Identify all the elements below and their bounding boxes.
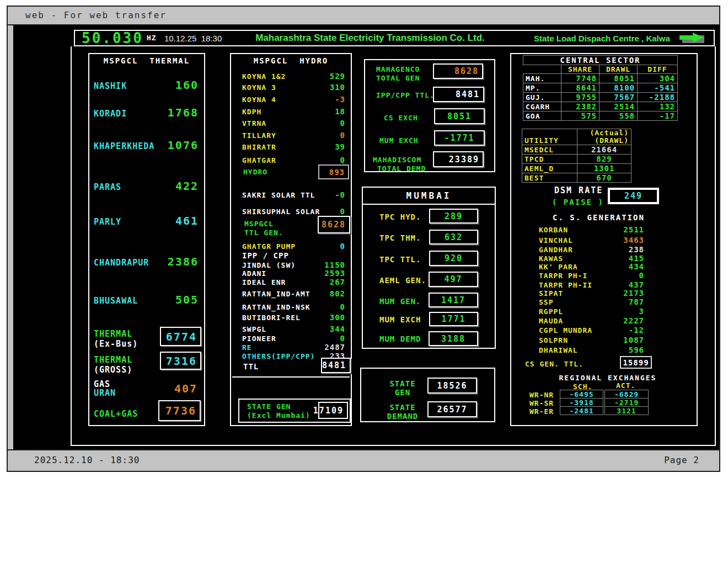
ipp-row: BUTIBORI-REL300 bbox=[242, 313, 345, 322]
hydro-row: BHIRATR39 bbox=[242, 142, 345, 151]
mum-demd-box: 3188 bbox=[429, 331, 478, 346]
hydro-total-label: HYDRO bbox=[243, 168, 267, 176]
grid-frequency: 50.030 bbox=[82, 30, 143, 46]
tpc-hyd-box: 289 bbox=[429, 209, 478, 224]
csgen-row: CGPL MUNDRA-12 bbox=[539, 326, 644, 334]
tpc-hyd-label: TPC HYD. bbox=[379, 213, 421, 221]
tpc-ttl-box: 920 bbox=[429, 251, 478, 266]
csgen-row: RGPPL3 bbox=[539, 307, 644, 316]
coalgas-value: 7736 bbox=[165, 404, 196, 417]
thermal-row: NASHIK160 bbox=[94, 78, 199, 92]
hydro-row: KOYNA 3310 bbox=[242, 83, 345, 92]
wr-sr-act: -2719 bbox=[604, 398, 649, 407]
hydro-panel: MSPGCL HYDRO KOYNA 1&2529 KOYNA 3310 KOY… bbox=[230, 53, 352, 426]
plant-label: PARAS bbox=[94, 182, 121, 192]
ipp-row: PIONEER0 bbox=[242, 334, 345, 343]
ipp-row: RATTAN_IND-AMT802 bbox=[242, 289, 345, 298]
share-header: SHARE bbox=[561, 65, 599, 74]
utility-table: UTILITY (Actual)(DRAWL) MSEDCL21664 TPCD… bbox=[522, 129, 631, 183]
thermal-row: CHANDRAPUR2386 bbox=[94, 255, 199, 268]
hydro-row: TILLARY0 bbox=[242, 131, 345, 140]
thermal-exbus-label: THERMAL(Ex-Bus) bbox=[94, 329, 138, 349]
utility-row: MSEDCL21664 bbox=[522, 145, 631, 155]
gas-uran-value: 407 bbox=[174, 382, 197, 395]
central-sector-title: CENTRAL SECTOR bbox=[523, 56, 678, 65]
cs-row: CGARH23822514132 bbox=[523, 102, 678, 111]
utility-row: BEST670 bbox=[522, 173, 631, 183]
wr-er-label: WR-ER bbox=[529, 407, 554, 416]
gas-uran-label: GASURAN bbox=[94, 380, 116, 397]
plant-label: NASHIK bbox=[94, 81, 127, 91]
dsm-rate-label: DSM RATE bbox=[554, 185, 603, 195]
app-window: web - For web transfer 50.030 HZ 10.12.2… bbox=[7, 6, 720, 472]
hydro-row: VTRNA0 bbox=[242, 119, 345, 128]
coalgas-label: COAL+GAS bbox=[94, 409, 138, 419]
hydro-total-box: 893 bbox=[318, 164, 349, 179]
wr-er-act: 3121 bbox=[604, 406, 649, 415]
ipp-row: ADANI2593 bbox=[242, 269, 345, 278]
csgen-row: TARPR PH-I0 bbox=[539, 271, 644, 280]
mumbai-title: MUMBAI bbox=[406, 190, 452, 201]
csgen-row: VINCHAL3463 bbox=[539, 236, 644, 245]
wr-nr-act: -6829 bbox=[604, 390, 649, 399]
regional-exchanges-title: REGIONAL EXCHANGES bbox=[550, 374, 666, 382]
wr-er-sch: -2481 bbox=[560, 406, 603, 415]
drawl-header: DRAWL bbox=[599, 65, 638, 74]
ippcpp-ttl-box: 8481 bbox=[433, 87, 484, 102]
thermal-gross-box: 7316 bbox=[160, 352, 201, 370]
plant-value: 1768 bbox=[168, 106, 199, 119]
ipp-row: RATTAN_IND-NSK0 bbox=[242, 302, 345, 311]
csgen-row: GANDHAR238 bbox=[539, 245, 644, 254]
ipp-cpp-header: IPP / CPP bbox=[242, 251, 289, 260]
thermal-row: KHAPERKHEDA1076 bbox=[94, 139, 199, 152]
hydro-panel-title: MSPGCL HYDRO bbox=[231, 56, 351, 65]
state-gen-excl-value-box: 17109 bbox=[318, 402, 348, 419]
ipp-ttl-label: TTL bbox=[243, 362, 259, 371]
status-bar: 2025.12.10 - 18:30 Page 2 bbox=[8, 449, 719, 471]
csgen-row: TARPR PH-II437 bbox=[539, 280, 644, 289]
mum-exch2-box: 1771 bbox=[429, 312, 478, 326]
plant-value: 461 bbox=[175, 214, 199, 227]
wr-sr-label: WR-SR bbox=[529, 399, 554, 407]
ipp-ttl-box: 8481 bbox=[321, 358, 351, 373]
hydro-row: KOYNA 1&2529 bbox=[242, 72, 345, 81]
state-gen-excl-box: STATE GEN(Excl Mumbai) 17109 bbox=[238, 399, 351, 423]
csgen-row: KORBAN2511 bbox=[539, 225, 644, 234]
plant-value: 505 bbox=[175, 293, 199, 306]
status-datetime: 2025.12.10 - 18:30 bbox=[34, 450, 140, 470]
cs-row: MP.86418100-541 bbox=[523, 83, 678, 93]
ippcpp-ttl-label: IPP/CPP TTL. bbox=[376, 91, 435, 99]
tpc-thm-box: 632 bbox=[429, 230, 478, 245]
mahadiscom-label: MAHADISCOMTOTAL DEMD bbox=[373, 155, 426, 173]
mahagenco-label: MAHAGENCOTOTAL GEN bbox=[376, 65, 420, 82]
hydro-separator bbox=[232, 376, 350, 378]
ipp-row: RE2487 bbox=[242, 343, 345, 352]
thermal-exbus-value: 6774 bbox=[166, 330, 197, 343]
tpc-ttl-label: TPC TTL. bbox=[379, 255, 421, 264]
cs-generation-title: C. S. GENERATION bbox=[553, 213, 645, 222]
utility-row: AEML_D1301 bbox=[522, 164, 631, 173]
wr-nr-label: WR-NR bbox=[529, 391, 554, 399]
plant-label: KORADI bbox=[94, 109, 127, 119]
csgen-row: KAWAS415 bbox=[539, 254, 644, 263]
cs-exch-label: CS EXCH bbox=[384, 114, 418, 122]
aeml-gen-box: 497 bbox=[429, 272, 478, 287]
mumbai-panel: MUMBAI TPC HYD. 289 TPC THM. 632 TPC TTL… bbox=[362, 187, 496, 349]
ipp-row: JINDAL (SW)1150 bbox=[242, 261, 345, 269]
cs-row: MAH.77488051304 bbox=[523, 74, 678, 83]
utility-row: TPCD829 bbox=[522, 155, 631, 164]
solar-row: SHIRSUPHAL SOLAR0 bbox=[242, 207, 345, 216]
ipp-row: IDEAL ENR267 bbox=[242, 278, 345, 286]
state-gen-excl-label: STATE GEN(Excl Mumbai) bbox=[247, 402, 311, 419]
thermal-row: KORADI1768 bbox=[94, 106, 199, 119]
next-page-button[interactable] bbox=[679, 33, 708, 46]
window-title: web - For web transfer bbox=[25, 10, 167, 20]
mum-demd-label: MUM DEMD bbox=[379, 334, 421, 343]
company-title: Maharashtra State Electricity Transmissi… bbox=[251, 33, 489, 44]
csgen-row: DHARIWAL596 bbox=[539, 346, 644, 354]
thermal-exbus-box: 6774 bbox=[160, 327, 201, 346]
central-sector-panel: CENTRAL SECTOR SHARE DRAWL DIFF MAH.7748… bbox=[510, 53, 698, 426]
summary-panel: MAHAGENCOTOTAL GEN 8628 IPP/CPP TTL. 848… bbox=[364, 59, 495, 172]
hydro-row: KOYNA 4-3 bbox=[242, 95, 345, 104]
mum-exch-box: -1771 bbox=[434, 130, 485, 146]
